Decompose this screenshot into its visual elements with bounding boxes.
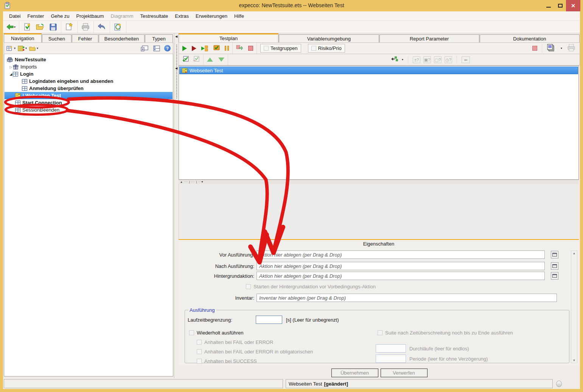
risiko-prio-checkbox[interactable]: Risiko/Prio — [308, 44, 345, 53]
split-layout-icon[interactable] — [152, 44, 161, 53]
tab-dokumentation[interactable]: Dokumentation — [480, 34, 580, 42]
help-icon[interactable]: ? — [164, 45, 171, 51]
panel-splitter[interactable]: ◀ ◀ — [174, 33, 179, 378]
tab-variablenumgebung[interactable]: Variablenumgebung — [279, 34, 379, 42]
hintergrundaktion-dropzone[interactable]: Aktion hier ablegen (per Drag & Drop) — [257, 272, 545, 280]
properties-scrollbar[interactable]: ▲▼ — [571, 250, 577, 363]
project-tree: NewTestsuite ▷ Imports ◢ Login Logindate… — [4, 54, 173, 376]
tab-report-parameter[interactable]: Report Parameter — [379, 34, 479, 42]
tree-label: ! Webseiten Test — [22, 93, 61, 98]
menu-hilfe[interactable]: Hilfe — [231, 12, 247, 20]
laufzeitbegrenzung-hint: [s] (Leer für unbegrenzt) — [286, 317, 339, 323]
list-item-webseiten-test[interactable]: Webseiten Test — [179, 67, 578, 74]
menu-gehe-zu[interactable]: Gehe zu — [48, 12, 72, 20]
run-report-icon[interactable] — [213, 45, 220, 51]
main-toolbar: ▾ — [3, 21, 580, 33]
new-folder-icon[interactable]: ▾ — [29, 44, 38, 53]
check-add-icon[interactable] — [182, 56, 189, 64]
tree-item-login[interactable]: ◢ Login — [5, 70, 173, 78]
testgruppen-label: Testgruppen — [271, 45, 298, 51]
copies-dropdown-icon[interactable]: ▾ — [561, 47, 562, 50]
scroll-down-icon[interactable]: ▼ — [573, 359, 576, 362]
collapsed-expander-icon[interactable]: ▷ — [9, 65, 13, 69]
menu-datei[interactable]: Datei — [6, 12, 23, 20]
splitter-collapse-icon[interactable]: ◀ — [175, 35, 177, 38]
maximize-button[interactable] — [555, 0, 566, 11]
verwerfen-button[interactable]: Verwerfen — [381, 369, 428, 377]
run-selected-icon[interactable] — [201, 45, 208, 51]
hintergrundaktion-browse-button[interactable] — [551, 272, 558, 280]
checkbox-icon[interactable] — [189, 330, 194, 335]
tree-item-anmeldung[interactable]: Anmeldung überprüfen — [5, 85, 173, 92]
scroll-up-icon[interactable]: ▲ — [573, 252, 576, 255]
copies-icon[interactable] — [547, 44, 556, 53]
status-bar: Webseiten Test [geändert] — [3, 378, 580, 389]
menu-projektbaum[interactable]: Projektbaum — [73, 12, 107, 20]
uebernehmen-button[interactable]: Übernehmen — [331, 369, 378, 377]
back-icon[interactable]: ▾ — [6, 22, 16, 31]
menu-erweiterungen[interactable]: Erweiterungen — [193, 12, 230, 20]
query-fail-icon: ▣? — [423, 56, 431, 63]
print-icon — [81, 22, 90, 31]
tree-item-newtestsuite[interactable]: NewTestsuite — [5, 56, 173, 63]
vor-ausfuehrung-dropzone[interactable]: Aktion hier ablegen (per Drag & Drop) — [257, 250, 545, 259]
run-icon[interactable] — [182, 46, 187, 51]
menu-fenster[interactable]: Fenster — [24, 12, 47, 20]
tree-label: Imports — [20, 64, 37, 70]
laufzeitbegrenzung-label: Laufzeitbegrenzung: — [188, 317, 232, 323]
print-report-icon — [567, 44, 576, 53]
detach-window-icon[interactable] — [140, 44, 149, 53]
list-item-label: Webseiten Test — [190, 68, 223, 73]
horizontal-splitter[interactable]: ▲ ··· | ··· | ··▼ — [179, 180, 579, 184]
back-dropdown-icon[interactable]: ▾ — [14, 25, 16, 29]
stop-icon — [248, 46, 253, 51]
check-document-icon[interactable] — [23, 22, 32, 31]
move-up-icon — [207, 58, 213, 62]
splitter-collapse-icon[interactable]: ◀ — [175, 67, 177, 70]
properties-title: Eigenschaften — [179, 240, 579, 247]
testgruppen-checkbox[interactable]: Testgruppen — [260, 44, 301, 53]
expanded-expander-icon[interactable]: ◢ — [9, 72, 13, 76]
suite-zu-ende-checkbox: Suite nach Zeitüberschreitung noch bis z… — [378, 330, 513, 336]
open-folder-icon[interactable] — [36, 22, 45, 31]
nach-ausfuehrung-browse-button[interactable] — [551, 262, 558, 270]
tab-testplan[interactable]: Testplan — [179, 33, 278, 42]
checkbox-icon[interactable] — [311, 46, 316, 51]
new-testplan-icon[interactable]: ▾ — [18, 44, 27, 53]
run-debug-icon[interactable] — [192, 46, 196, 51]
inventar-dropzone[interactable]: Inventar hier ablegen (per Drag & Drop) — [257, 294, 557, 302]
new-document-icon[interactable] — [65, 22, 74, 31]
check-remove-icon — [193, 56, 200, 64]
step-icon — [236, 45, 243, 52]
tab-suchen[interactable]: Suchen — [42, 34, 72, 42]
tab-navigation[interactable]: Navigation — [4, 33, 42, 42]
close-button[interactable]: ✕ — [566, 0, 580, 11]
tab-besonderheiten[interactable]: Besonderheiten — [99, 34, 145, 42]
run-mode-dropdown-icon[interactable]: ▾ — [402, 58, 403, 61]
minimize-button[interactable] — [543, 0, 554, 11]
save-icon[interactable] — [48, 22, 58, 31]
laufzeitbegrenzung-input[interactable] — [256, 316, 282, 324]
run-mode-icon[interactable] — [391, 56, 398, 64]
undo-icon[interactable] — [97, 22, 106, 31]
tab-typen[interactable]: Typen — [145, 34, 173, 42]
menu-extras[interactable]: Extras — [172, 12, 192, 20]
testcase-grid-icon — [15, 101, 20, 105]
reload-settings-icon[interactable] — [113, 22, 123, 31]
tree-item-sessionbeenden[interactable]: SessionBeenden — [5, 106, 173, 114]
nach-ausfuehrung-dropzone[interactable]: Aktion hier ablegen (per Drag & Drop) — [257, 262, 545, 270]
tab-fehler[interactable]: Fehler — [72, 34, 98, 42]
tree-item-start-connection[interactable]: Start Connection — [5, 99, 173, 106]
vor-ausfuehrung-browse-button[interactable] — [551, 251, 558, 258]
tree-item-imports[interactable]: ▷ Imports — [5, 63, 173, 70]
menu-testresultate[interactable]: Testresultate — [137, 12, 171, 20]
tree-item-logindaten[interactable]: Logindaten eingeben und absenden — [5, 78, 173, 85]
wiederholt-ausfuehren-checkbox[interactable]: Wiederholt ausführen — [189, 330, 244, 336]
checkbox-icon[interactable] — [264, 46, 269, 51]
tree-item-webseiten-test[interactable]: ! Webseiten Test — [5, 92, 173, 99]
move-down-icon — [218, 58, 224, 62]
pause-icon[interactable] — [225, 46, 229, 51]
new-testcase-icon[interactable]: ▾ — [6, 44, 16, 53]
testplan-icon — [182, 68, 187, 73]
checkbox-label: Anhalten bei FAIL oder ERROR — [204, 339, 273, 345]
